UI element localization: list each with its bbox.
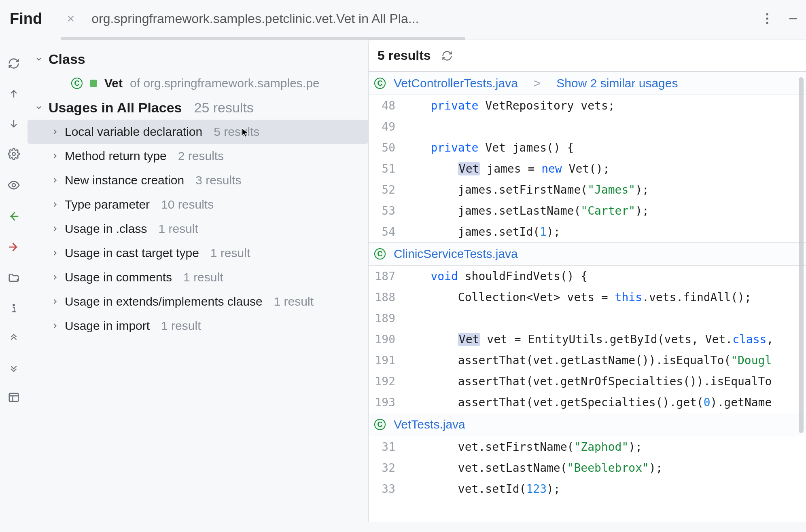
chevron-right-icon xyxy=(51,176,60,184)
code-text: Vet vet = EntityUtils.getById(vets, Vet.… xyxy=(403,333,773,346)
category-label: Usage in cast target type xyxy=(65,246,199,260)
vertical-scrollbar[interactable] xyxy=(799,77,804,433)
class-package: of org.springframework.samples.pe xyxy=(130,76,320,90)
usage-category[interactable]: Usage in extends/implements clause1 resu… xyxy=(28,289,368,314)
titlebar: Find org.springframework.samples.petclin… xyxy=(0,0,806,37)
code-text: void shouldFindVets() { xyxy=(403,270,588,283)
collapse-all-icon[interactable] xyxy=(7,361,21,374)
category-label: Usage in import xyxy=(65,319,150,333)
chevron-right-icon xyxy=(51,225,60,233)
code-line[interactable]: 53 james.setLastName("Carter"); xyxy=(369,200,806,221)
class-icon: C xyxy=(374,248,386,260)
line-number: 193 xyxy=(369,396,403,409)
code-text: vet.setFirstName("Zaphod"); xyxy=(403,440,642,454)
new-folder-icon[interactable] xyxy=(6,270,21,285)
code-line[interactable]: 52 james.setFirstName("James"); xyxy=(369,179,806,200)
next-occurrence-icon[interactable] xyxy=(6,116,21,131)
minimize-icon[interactable] xyxy=(786,11,800,26)
category-count: 10 results xyxy=(161,198,214,211)
class-icon: C xyxy=(374,78,386,89)
category-label: Method return type xyxy=(65,149,167,163)
code-line[interactable]: 187 void shouldFindVets() { xyxy=(369,266,806,287)
code-line[interactable]: 49 xyxy=(369,116,806,137)
refresh-preview-icon[interactable] xyxy=(440,49,454,63)
chevron-down-icon xyxy=(35,55,44,63)
chevron-right-icon xyxy=(51,249,60,257)
code-line[interactable]: 193 assertThat(vet.getSpecialties().get(… xyxy=(369,392,806,413)
code-line[interactable]: 51 Vet james = new Vet(); xyxy=(369,158,806,179)
category-label: Local variable declaration xyxy=(65,125,202,139)
usage-tree: Class C Vet of org.springframework.sampl… xyxy=(28,40,368,522)
file-header[interactable]: CClinicServiceTests.java xyxy=(369,242,806,266)
preview-header: 5 results xyxy=(369,40,806,72)
export-icon[interactable] xyxy=(6,209,21,224)
code-text: james.setLastName("Carter"); xyxy=(403,204,649,217)
code-line[interactable]: 192 assertThat(vet.getNrOfSpecialties())… xyxy=(369,371,806,392)
usage-category[interactable]: Usage in .class1 result xyxy=(28,217,368,241)
tree-group-usages[interactable]: Usages in All Places 25 results xyxy=(28,95,368,120)
chevron-right-icon: > xyxy=(524,76,551,90)
code-text: private VetRepository vets; xyxy=(403,99,615,112)
preview-icon[interactable] xyxy=(6,177,22,193)
svg-point-2 xyxy=(766,22,768,24)
code-line[interactable]: 188 Collection<Vet> vets = this.vets.fin… xyxy=(369,287,806,308)
svg-point-3 xyxy=(12,152,15,156)
category-count: 1 result xyxy=(210,246,250,260)
code-line[interactable]: 48 private VetRepository vets; xyxy=(369,95,806,116)
tree-group-class[interactable]: Class xyxy=(28,47,368,71)
expand-all-icon[interactable] xyxy=(7,331,21,345)
class-name: Vet xyxy=(104,76,123,90)
code-line[interactable]: 33 vet.setId(123); xyxy=(369,478,806,499)
category-count: 3 results xyxy=(195,173,241,187)
code-text: assertThat(vet.getSpecialties().get(0).g… xyxy=(403,396,772,409)
category-label: Usage in comments xyxy=(65,270,172,284)
import-icon[interactable] xyxy=(6,239,21,255)
usage-category[interactable]: Usage in cast target type1 result xyxy=(28,241,368,265)
more-icon[interactable] xyxy=(764,11,770,26)
show-similar-link[interactable]: Show 2 similar usages xyxy=(556,76,678,90)
code-line[interactable]: 31 vet.setFirstName("Zaphod"); xyxy=(369,436,806,457)
prev-occurrence-icon[interactable] xyxy=(6,87,21,101)
usage-category[interactable]: Usage in import1 result xyxy=(28,314,368,338)
svg-point-0 xyxy=(766,13,768,16)
file-header[interactable]: CVetControllerTests.java > Show 2 simila… xyxy=(369,72,806,95)
tab-title: Find xyxy=(10,10,42,27)
usage-category[interactable]: Usage in comments1 result xyxy=(28,265,368,289)
code-text: james.setId(1); xyxy=(403,225,560,239)
code-text: private Vet james() { xyxy=(403,141,574,154)
file-header[interactable]: CVetTests.java xyxy=(369,413,806,436)
category-count: 1 result xyxy=(158,222,198,236)
code-line[interactable]: 191 assertThat(vet.getLastName()).isEqua… xyxy=(369,350,806,371)
chevron-down-icon xyxy=(35,103,44,112)
category-count: 1 result xyxy=(183,270,223,284)
tool-gutter xyxy=(0,40,28,522)
chevron-right-icon xyxy=(51,273,60,281)
usage-category[interactable]: Method return type2 results xyxy=(28,144,368,168)
class-entry[interactable]: C Vet of org.springframework.samples.pe xyxy=(28,71,368,95)
code-line[interactable]: 50 private Vet james() { xyxy=(369,137,806,158)
settings-icon[interactable] xyxy=(6,146,21,162)
code-line[interactable]: 54 james.setId(1); xyxy=(369,221,806,242)
code-text: vet.setId(123); xyxy=(403,482,560,496)
chevron-right-icon xyxy=(51,322,60,330)
layout-icon[interactable] xyxy=(6,390,21,405)
info-icon[interactable] xyxy=(6,301,21,316)
code-line[interactable]: 190 Vet vet = EntityUtils.getById(vets, … xyxy=(369,329,806,350)
group-label: Class xyxy=(49,51,85,67)
usage-category[interactable]: New instance creation3 results xyxy=(28,168,368,192)
line-number: 33 xyxy=(369,482,403,496)
refresh-icon[interactable] xyxy=(6,56,21,71)
svg-rect-6 xyxy=(9,393,19,401)
code-line[interactable]: 32 vet.setLastName("Beeblebrox"); xyxy=(369,457,806,478)
line-number: 49 xyxy=(369,120,403,133)
usage-category[interactable]: Local variable declaration5 results xyxy=(28,120,368,144)
close-icon[interactable] xyxy=(66,11,75,26)
line-number: 50 xyxy=(369,141,403,154)
code-line[interactable]: 189 xyxy=(369,308,806,329)
class-icon: C xyxy=(374,419,386,430)
line-number: 54 xyxy=(369,225,403,239)
usage-category[interactable]: Type parameter10 results xyxy=(28,192,368,217)
line-number: 52 xyxy=(369,183,403,196)
line-number: 48 xyxy=(369,99,403,112)
results-count: 5 results xyxy=(378,48,431,63)
